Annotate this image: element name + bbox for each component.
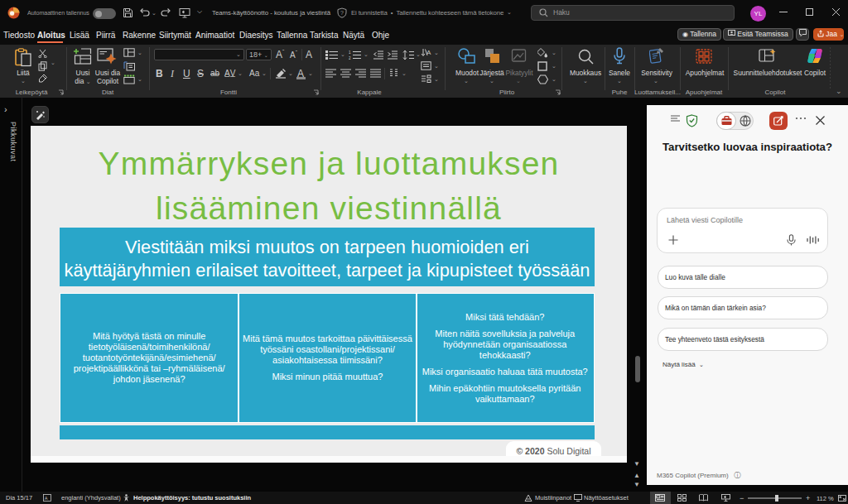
svg-text:1: 1 [349, 50, 351, 55]
svg-text:A: A [45, 496, 48, 501]
svg-text:A: A [426, 49, 431, 56]
svg-text:2: 2 [349, 56, 351, 60]
svg-text:?: ? [340, 10, 344, 16]
